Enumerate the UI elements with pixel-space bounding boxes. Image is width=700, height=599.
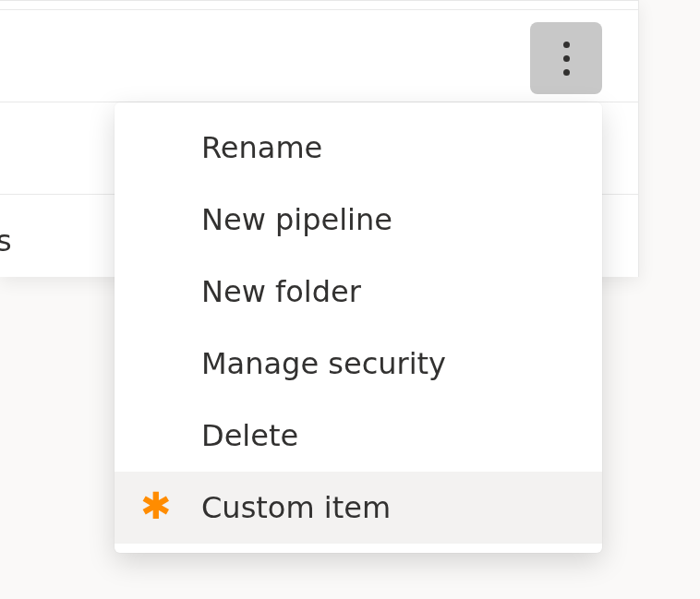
menu-item-label: Rename xyxy=(201,130,322,165)
panel-row xyxy=(0,0,638,9)
menu-item-label: Custom item xyxy=(201,490,391,525)
context-menu: Rename New pipeline New folder Manage se… xyxy=(115,102,602,553)
menu-item-rename[interactable]: Rename xyxy=(115,112,602,184)
menu-item-icon-slot: ✱ xyxy=(140,489,201,526)
truncated-label: s xyxy=(0,223,12,258)
more-options-button[interactable] xyxy=(530,22,602,94)
menu-item-manage-security[interactable]: Manage security xyxy=(115,328,602,400)
menu-item-new-folder[interactable]: New folder xyxy=(115,256,602,328)
vertical-dots-icon xyxy=(563,42,570,76)
menu-item-delete[interactable]: Delete xyxy=(115,400,602,472)
menu-item-custom[interactable]: ✱ Custom item xyxy=(115,472,602,544)
menu-item-label: Delete xyxy=(201,418,298,453)
menu-item-label: New folder xyxy=(201,274,361,309)
menu-item-label: New pipeline xyxy=(201,202,392,237)
menu-item-new-pipeline[interactable]: New pipeline xyxy=(115,184,602,256)
asterisk-icon: ✱ xyxy=(140,487,172,524)
menu-item-label: Manage security xyxy=(201,346,446,381)
